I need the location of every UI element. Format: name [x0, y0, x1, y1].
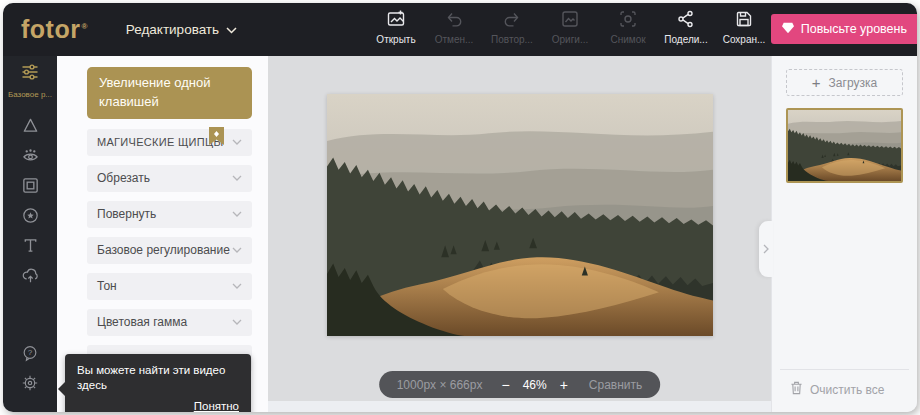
tooltip-dismiss-link[interactable]: Понятно — [77, 400, 239, 412]
chevron-down-icon — [232, 175, 242, 181]
chevron-down-icon — [226, 22, 237, 37]
redo-icon — [502, 9, 522, 31]
section-label: Повернуть — [97, 207, 156, 221]
upload-label: Загрузка — [829, 76, 878, 90]
section-label: МАГИЧЕСКИЕ ЩИПЦЫ — [97, 136, 223, 148]
section-label: Тон — [97, 279, 117, 293]
plus-icon: + — [812, 74, 821, 91]
section-magic-clipper[interactable]: МАГИЧЕСКИЕ ЩИПЦЫ — [87, 129, 252, 156]
upload-cloud-icon — [21, 266, 40, 289]
tool-rail: Базовое р... ? — [3, 56, 57, 412]
undo-label: Отмен... — [435, 34, 474, 45]
settings-button[interactable] — [21, 370, 39, 400]
uploads-panel: + Загрузка Очистить все — [771, 56, 917, 412]
app-window: fotor® Редактировать Открыть Отмен... По… — [3, 3, 917, 412]
section-label: Обрезать — [97, 171, 150, 185]
undo-icon — [444, 9, 464, 31]
bookmark-icon — [209, 127, 224, 147]
logo-text: fotor — [21, 15, 80, 43]
tooltip-arrow — [58, 382, 65, 396]
original-icon — [560, 9, 580, 31]
image-dimensions: 1000px × 666px — [397, 378, 483, 392]
share-icon — [676, 9, 696, 31]
settings-gear-icon — [21, 374, 39, 396]
share-label: Подели... — [664, 34, 707, 45]
save-icon — [734, 9, 754, 31]
zoom-level: 46% — [523, 378, 547, 392]
section-label: Цветовая гамма — [97, 315, 187, 329]
zoom-out-button[interactable]: − — [501, 378, 509, 392]
share-button[interactable]: Подели... — [661, 9, 711, 45]
chevron-down-icon — [232, 247, 242, 253]
frames-icon — [21, 176, 40, 199]
editor-canvas: 1000px × 666px − 46% + Сравнить — [268, 56, 771, 412]
edit-mode-menu[interactable]: Редактировать — [126, 22, 237, 37]
text-icon — [21, 236, 40, 259]
help-icon: ? — [21, 344, 39, 366]
adjust-sliders-icon — [20, 62, 40, 86]
compare-button[interactable]: Сравнить — [589, 378, 642, 392]
rail-item-beauty[interactable] — [21, 142, 40, 172]
undo-button[interactable]: Отмен... — [429, 9, 479, 45]
snapshot-icon — [618, 9, 638, 31]
edit-mode-label: Редактировать — [126, 22, 219, 37]
rail-item-upload[interactable] — [21, 262, 40, 292]
upgrade-button[interactable]: Повысьте уровень — [771, 14, 917, 44]
upload-button[interactable]: + Загрузка — [786, 69, 903, 96]
top-bar: fotor® Редактировать Открыть Отмен... По… — [3, 3, 917, 56]
rail-item-text[interactable] — [21, 232, 40, 262]
section-tone[interactable]: Тон — [87, 273, 252, 300]
zoom-bar: 1000px × 666px − 46% + Сравнить — [379, 371, 661, 398]
section-label: Базовое регулирование — [97, 243, 230, 257]
upgrade-label: Повысьте уровень — [801, 22, 907, 36]
section-crop[interactable]: Обрезать — [87, 165, 252, 192]
stickers-icon — [21, 206, 40, 229]
uploaded-thumbnail[interactable] — [786, 108, 903, 183]
rail-item-frames[interactable] — [21, 172, 40, 202]
section-color-gamma[interactable]: Цветовая гамма — [87, 309, 252, 336]
snapshot-button[interactable]: Снимок — [603, 9, 653, 45]
save-button[interactable]: Сохран... — [719, 9, 769, 45]
top-toolbar: Открыть Отмен... Повтор... Ориги... Сним… — [371, 9, 769, 45]
video-hint-tooltip: Вы можете найти эти видео здесь Понятно — [65, 354, 251, 412]
rail-item-basic-adjust[interactable]: Базовое р... — [8, 62, 52, 99]
save-label: Сохран... — [723, 34, 766, 45]
zoom-in-button[interactable]: + — [560, 378, 568, 392]
chevron-down-icon — [232, 319, 242, 325]
beauty-eye-icon — [21, 146, 40, 169]
help-button[interactable]: ? — [21, 340, 39, 370]
tooltip-text: Вы можете найти эти видео здесь — [77, 363, 239, 393]
panel-collapse-handle[interactable] — [759, 221, 773, 277]
chevron-down-icon — [232, 283, 242, 289]
rail-item-retouch[interactable] — [21, 112, 40, 142]
redo-label: Повтор... — [491, 34, 533, 45]
chevron-down-icon — [232, 139, 242, 145]
registered-mark: ® — [81, 22, 87, 31]
original-button[interactable]: Ориги... — [545, 9, 595, 45]
chevron-down-icon — [232, 211, 242, 217]
clear-all-button[interactable]: Очистить все — [780, 369, 909, 402]
photo-on-canvas[interactable] — [327, 94, 713, 336]
canvas-bottom-strip — [268, 401, 771, 412]
one-key-enhance-button[interactable]: Увеличение одной клавишей — [87, 67, 252, 119]
trash-icon — [790, 381, 803, 398]
open-label: Открыть — [376, 34, 415, 45]
original-label: Ориги... — [552, 34, 589, 45]
open-image-icon — [386, 9, 406, 31]
redo-button[interactable]: Повтор... — [487, 9, 537, 45]
svg-text:?: ? — [28, 348, 33, 357]
rail-item-stickers[interactable] — [21, 202, 40, 232]
section-basic-adjust[interactable]: Базовое регулирование — [87, 237, 252, 264]
section-rotate[interactable]: Повернуть — [87, 201, 252, 228]
snapshot-label: Снимок — [610, 34, 645, 45]
fotor-logo[interactable]: fotor® — [21, 15, 88, 44]
retouch-icon — [21, 116, 40, 139]
rail-active-label: Базовое р... — [8, 90, 52, 99]
open-button[interactable]: Открыть — [371, 9, 421, 45]
clear-all-label: Очистить все — [810, 383, 884, 397]
gem-icon — [781, 22, 795, 37]
